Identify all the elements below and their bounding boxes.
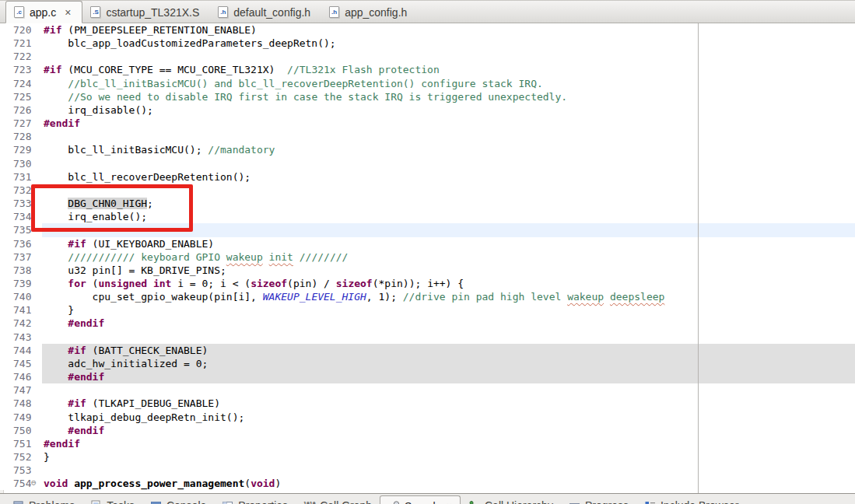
- view-tab-progress[interactable]: Progress: [561, 495, 636, 504]
- code-line-731[interactable]: 731 blc_ll_recoverDeepRetention();: [0, 170, 855, 184]
- fold-margin: [31, 197, 42, 210]
- code-text: //blc_ll_initBasicMCU() and blc_ll_recov…: [42, 77, 855, 90]
- line-number: 752: [0, 450, 31, 464]
- line-number: 737: [0, 250, 31, 264]
- code-line-743[interactable]: 743: [0, 331, 855, 344]
- line-number: 754: [0, 477, 31, 490]
- code-line-754[interactable]: 754⊖void app_process_power_management(vo…: [0, 477, 855, 490]
- view-tab-label: Tasks: [107, 499, 135, 504]
- code-text: [42, 184, 855, 197]
- code-line-740[interactable]: 740 cpu_set_gpio_wakeup(pin[i], WAKEUP_L…: [0, 290, 855, 303]
- view-tab-call-hierarchy[interactable]: Call Hierarchy: [461, 495, 561, 504]
- bottom-tab-bar: ProblemsTasksConsoleProperties10100101Ca…: [0, 493, 855, 504]
- code-line-734[interactable]: 734 irq_enable();: [0, 210, 855, 223]
- code-line-728[interactable]: 728: [0, 130, 855, 143]
- code-line-741[interactable]: 741 }: [0, 303, 855, 317]
- fold-margin: [31, 50, 42, 63]
- asm-file-icon: .S: [90, 6, 100, 18]
- code-line-738[interactable]: 738 u32 pin[] = KB_DRIVE_PINS;: [0, 264, 855, 277]
- code-text: [42, 130, 855, 143]
- code-line-721[interactable]: 721 blc_app_loadCustomizedParameters_dee…: [0, 37, 855, 50]
- code-line-726[interactable]: 726 irq_disable();: [0, 103, 855, 117]
- editor-tab-app-config-h[interactable]: .happ_config.h: [321, 2, 418, 23]
- fold-margin: [31, 383, 42, 397]
- editor-tab-label: app.c: [30, 6, 56, 19]
- view-tab-label: Progress: [585, 499, 629, 504]
- code-text: void app_process_power_management(void): [42, 477, 855, 490]
- view-tab-properties[interactable]: Properties: [214, 495, 296, 504]
- fold-margin: [31, 331, 42, 344]
- view-tab-problems[interactable]: Problems: [5, 495, 82, 504]
- code-editor[interactable]: 720#if (PM_DEEPSLEEP_RETENTION_ENABLE)72…: [0, 23, 855, 494]
- code-line-752[interactable]: 752}: [0, 450, 855, 464]
- line-number: 731: [0, 170, 31, 184]
- code-line-744[interactable]: 744 #if (BATT_CHECK_ENABLE): [0, 344, 855, 357]
- fold-margin: [31, 23, 42, 37]
- code-line-751[interactable]: 751#endif: [0, 437, 855, 450]
- code-line-730[interactable]: 730: [0, 157, 855, 170]
- code-text: //So we need to disable IRQ first in cas…: [42, 90, 855, 103]
- view-tab-include-browser[interactable]: Include Browser: [636, 495, 746, 504]
- code-text: blc_ll_initBasicMCU(); //mandatory: [42, 143, 855, 156]
- code-line-745[interactable]: 745 adc_hw_initialized = 0;: [0, 357, 855, 370]
- code-line-749[interactable]: 749 tlkapi_debug_deepRetn_init();: [0, 411, 855, 424]
- view-tab-label: Search: [405, 500, 439, 504]
- code-line-725[interactable]: 725 //So we need to disable IRQ first in…: [0, 90, 855, 103]
- code-line-729[interactable]: 729 blc_ll_initBasicMCU(); //mandatory: [0, 143, 855, 156]
- line-number: 740: [0, 290, 31, 303]
- code-line-736[interactable]: 736 #if (UI_KEYBOARD_ENABLE): [0, 237, 855, 250]
- close-view-icon[interactable]: ×: [446, 500, 452, 504]
- code-line-742[interactable]: 742 #endif: [0, 317, 855, 330]
- fold-margin: [31, 237, 42, 250]
- fold-margin: [31, 450, 42, 464]
- fold-margin: [31, 344, 42, 357]
- fold-margin: [31, 223, 42, 236]
- line-number: 751: [0, 437, 31, 450]
- fold-collapse-icon[interactable]: ⊖: [31, 477, 42, 490]
- view-tab-search[interactable]: Search×: [380, 495, 461, 504]
- code-text: for (unsigned int i = 0; i < (sizeof(pin…: [42, 277, 855, 290]
- line-number: 743: [0, 331, 31, 344]
- view-tab-label: Console: [166, 499, 206, 504]
- view-tab-console[interactable]: Console: [142, 495, 214, 504]
- view-tab-call-graph[interactable]: 10100101Call Graph: [296, 495, 380, 504]
- view-tab-tasks[interactable]: Tasks: [82, 495, 142, 504]
- line-number: 730: [0, 157, 31, 170]
- editor-tab-app-c[interactable]: .capp.c×: [5, 1, 82, 23]
- code-line-737[interactable]: 737 /////////// keyboard GPIO wakeup ini…: [0, 250, 855, 264]
- code-line-739[interactable]: 739 for (unsigned int i = 0; i < (sizeof…: [0, 277, 855, 290]
- print-margin-line: [698, 23, 699, 494]
- code-line-747[interactable]: 747: [0, 383, 855, 397]
- code-line-748[interactable]: 748 #if (TLKAPI_DEBUG_ENABLE): [0, 397, 855, 410]
- code-line-753[interactable]: 753: [0, 464, 855, 477]
- editor-tab-cstartup-tl321x-s[interactable]: .Scstartup_TL321X.S: [82, 2, 210, 23]
- close-tab-icon[interactable]: ×: [65, 6, 71, 19]
- code-line-746[interactable]: 746 #endif: [0, 370, 855, 383]
- editor-tab-default-config-h[interactable]: .hdefault_config.h: [210, 2, 321, 23]
- fold-margin: [31, 103, 42, 117]
- code-line-735[interactable]: 735: [0, 223, 855, 236]
- code-line-733[interactable]: 733 DBG_CHN0_HIGH;: [0, 197, 855, 210]
- editor-tab-label: default_config.h: [233, 6, 310, 19]
- code-line-732[interactable]: 732: [0, 184, 855, 197]
- line-number: 722: [0, 50, 31, 63]
- code-text: }: [42, 303, 855, 317]
- code-text: irq_enable();: [42, 210, 855, 223]
- line-number: 749: [0, 411, 31, 424]
- fold-margin: [31, 184, 42, 197]
- code-line-723[interactable]: 723#if (MCU_CORE_TYPE == MCU_CORE_TL321X…: [0, 63, 855, 76]
- code-line-720[interactable]: 720#if (PM_DEEPSLEEP_RETENTION_ENABLE): [0, 23, 855, 37]
- header-file-icon: .h: [218, 6, 228, 18]
- code-line-722[interactable]: 722: [0, 50, 855, 63]
- line-number: 753: [0, 464, 31, 477]
- code-line-750[interactable]: 750 #endif: [0, 424, 855, 437]
- line-number: 726: [0, 103, 31, 117]
- code-text: #endif: [42, 437, 855, 450]
- code-text: irq_disable();: [42, 103, 855, 117]
- fold-margin: [31, 170, 42, 184]
- fold-margin: [31, 117, 42, 130]
- line-number: 746: [0, 370, 31, 383]
- code-line-727[interactable]: 727#endif: [0, 117, 855, 130]
- code-line-724[interactable]: 724 //blc_ll_initBasicMCU() and blc_ll_r…: [0, 77, 855, 90]
- code-text: [42, 223, 855, 236]
